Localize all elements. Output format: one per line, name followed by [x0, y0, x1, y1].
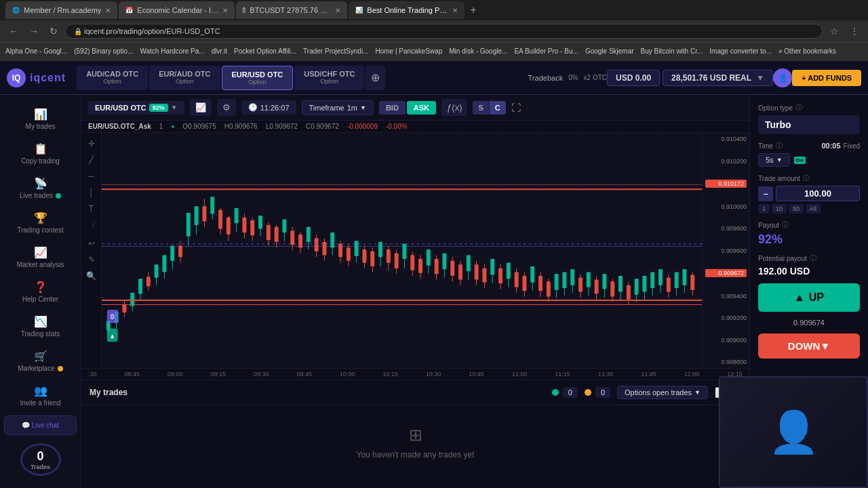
brush-tool[interactable]: 〈 — [85, 218, 98, 234]
svg-text:⚙: ⚙ — [110, 312, 115, 321]
add-funds-button[interactable]: + ADD FUNDS — [792, 70, 861, 86]
all-btn[interactable]: All — [806, 204, 821, 214]
zoom-tool[interactable]: 🔍 — [84, 269, 98, 283]
pencil-tool[interactable]: ✎ — [86, 253, 97, 266]
bookmark-11[interactable]: Buy Bitcoin with Cr... — [641, 47, 703, 55]
price-axis: 0.910400 0.910200 0.910172 0.910000 0.90… — [702, 133, 749, 368]
star-btn[interactable]: ☆ — [827, 24, 842, 38]
chart-type-btn[interactable]: ⚙ — [217, 99, 236, 116]
indicators-btn[interactable]: ƒ(x) — [441, 99, 467, 116]
pair-dropdown-icon: ▼ — [171, 104, 178, 111]
sidebar-item-my-trades[interactable]: 📊 My trades — [3, 102, 78, 136]
user-avatar[interactable]: 👤 — [773, 68, 792, 87]
bookmark-8[interactable]: Min disk - Google... — [449, 47, 507, 55]
svg-rect-92 — [387, 249, 391, 262]
price-level-8: 0.908800 — [705, 359, 747, 365]
open-trades-selector[interactable]: Options open trades ▼ — [617, 386, 708, 399]
trades-circle[interactable]: 0 Trades — [20, 443, 61, 476]
svg-rect-58 — [250, 220, 254, 235]
bid-button[interactable]: BID — [379, 101, 406, 115]
sidebar-item-invite-friend[interactable]: 👥 Invite a friend — [3, 379, 78, 412]
asset-tab-3[interactable]: USD/CHF OTC Option — [294, 66, 364, 90]
browser-tab-2[interactable]: 📅 Economic Calendar - Investing... ✕ — [119, 1, 235, 19]
svg-rect-52 — [226, 218, 231, 235]
horizontal-line-tool[interactable]: ─ — [86, 169, 96, 183]
browser-tab-4[interactable]: 📊 Best Online Trading Platform fo... ✕ — [349, 1, 465, 19]
svg-rect-44 — [195, 206, 199, 225]
svg-rect-48 — [210, 197, 214, 214]
preset-1-btn[interactable]: 1 — [758, 204, 770, 214]
option-type-info-icon[interactable]: ⓘ — [795, 103, 802, 113]
bookmark-other[interactable]: » Other bookmarks — [778, 47, 836, 55]
ask-button[interactable]: ASK — [407, 101, 436, 115]
bookmark-6[interactable]: Trader ProjectSyndi... — [303, 47, 368, 55]
sidebar-item-marketplace[interactable]: 🛒 Marketplace — [3, 344, 78, 378]
browser-tab-1[interactable]: 🌐 Member / Rm.academy ✕ — [5, 1, 117, 19]
bookmark-10[interactable]: Google Skjemar — [585, 47, 634, 55]
sidebar-item-live-trades[interactable]: 📡 Live trades — [3, 171, 78, 205]
menu-btn[interactable]: ⋮ — [846, 24, 863, 38]
trade-amount-info-icon[interactable]: ⓘ — [803, 174, 810, 183]
bookmark-9[interactable]: EA Builder Pro - Bu... — [514, 47, 578, 55]
svg-rect-138 — [570, 269, 574, 285]
sc-toggle: S C — [473, 101, 505, 115]
bookmark-1[interactable]: Alpha One - Googl... — [5, 47, 67, 55]
potential-payout-info-icon[interactable]: ⓘ — [810, 253, 816, 263]
sidebar-item-market-analysis[interactable]: 📈 Market analysis — [3, 241, 78, 274]
sidebar-item-trading-contest[interactable]: 🏆 Trading contest — [3, 206, 78, 239]
sidebar-item-copy-trading[interactable]: 📋 Copy trading — [3, 137, 78, 170]
sidebar-item-trading-stats[interactable]: 📉 Trading stats — [3, 310, 78, 343]
tab-close-2[interactable]: ✕ — [222, 7, 228, 14]
total-balance-display[interactable]: 28,501.76 USD REAL ▼ — [663, 70, 773, 86]
fullscreen-btn[interactable]: ⛶ — [511, 102, 521, 113]
bookmark-4[interactable]: dlvr.it — [212, 47, 227, 55]
amount-input[interactable] — [776, 186, 860, 201]
bookmark-12[interactable]: Image converter to... — [709, 47, 772, 55]
tab-close-1[interactable]: ✕ — [105, 7, 111, 14]
time-info-icon[interactable]: ⓘ — [776, 141, 783, 150]
svg-rect-38 — [170, 246, 174, 261]
pair-selector[interactable]: EUR/USD OTC 92% ▼ — [88, 101, 184, 115]
sidebar-item-help-center[interactable]: ❓ Help Center — [3, 275, 78, 308]
crosshair-tool[interactable]: ✛ — [86, 137, 97, 150]
tab-close-3[interactable]: ✕ — [335, 7, 340, 14]
bookmark-2[interactable]: (592) Binary optio... — [74, 47, 133, 55]
time-preset-selector[interactable]: 5s ▼ — [758, 153, 790, 167]
svg-rect-68 — [290, 230, 294, 245]
trend-line-tool[interactable]: ╱ — [87, 153, 96, 167]
address-bar[interactable]: 🔒 iqcent.pro/trading/option/EUR-USD_OTC — [65, 24, 823, 39]
amount-minus-btn[interactable]: − — [758, 186, 773, 201]
asset-tab-2[interactable]: EUR/USD OTC Option — [222, 66, 294, 90]
text-tool[interactable]: T — [87, 202, 96, 216]
bookmark-3[interactable]: Watch Hardcore Pa... — [140, 47, 204, 55]
asset-tab-0[interactable]: AUD/CAD OTC Option — [77, 66, 148, 90]
bookmark-7[interactable]: Home | PancakeSwap — [375, 47, 442, 55]
svg-rect-26 — [122, 305, 126, 312]
c-button[interactable]: C — [490, 101, 506, 115]
back-tool[interactable]: ↩ — [86, 237, 97, 250]
status-group-green: 0 — [552, 387, 578, 398]
vertical-line-tool[interactable]: │ — [87, 186, 96, 199]
svg-rect-94 — [395, 253, 399, 268]
forward-btn[interactable]: → — [26, 24, 42, 38]
balance-display[interactable]: USD 0.00 — [607, 70, 660, 86]
new-tab-btn[interactable]: + — [466, 3, 480, 18]
add-asset-btn[interactable]: ⊕ — [366, 66, 385, 90]
svg-rect-148 — [610, 281, 614, 296]
live-chat-button[interactable]: 💬 Live chat — [4, 415, 77, 435]
asset-tab-1[interactable]: EUR/AUD OTC Option — [149, 66, 220, 90]
preset-50-btn[interactable]: 50 — [789, 204, 804, 214]
browser-tab-3[interactable]: ₿ BTCUSDT 27875.76 ▼ -0.67% U... ✕ — [236, 1, 347, 19]
timeframe-selector[interactable]: Timeframe 1m ▼ — [302, 100, 374, 115]
bookmark-5[interactable]: Pocket Option Affili... — [234, 47, 296, 55]
up-button[interactable]: ▲ UP — [758, 283, 860, 312]
svg-rect-130 — [538, 276, 542, 291]
preset-10-btn[interactable]: 10 — [772, 204, 787, 214]
tab-close-4[interactable]: ✕ — [452, 7, 458, 14]
line-chart-btn[interactable]: 📈 — [190, 99, 212, 116]
back-btn[interactable]: ← — [5, 24, 22, 38]
refresh-btn[interactable]: ↻ — [46, 24, 61, 38]
s-button[interactable]: S — [473, 101, 488, 115]
payout-info-icon[interactable]: ⓘ — [782, 220, 789, 230]
down-button[interactable]: DOWN ▼ — [758, 333, 860, 359]
